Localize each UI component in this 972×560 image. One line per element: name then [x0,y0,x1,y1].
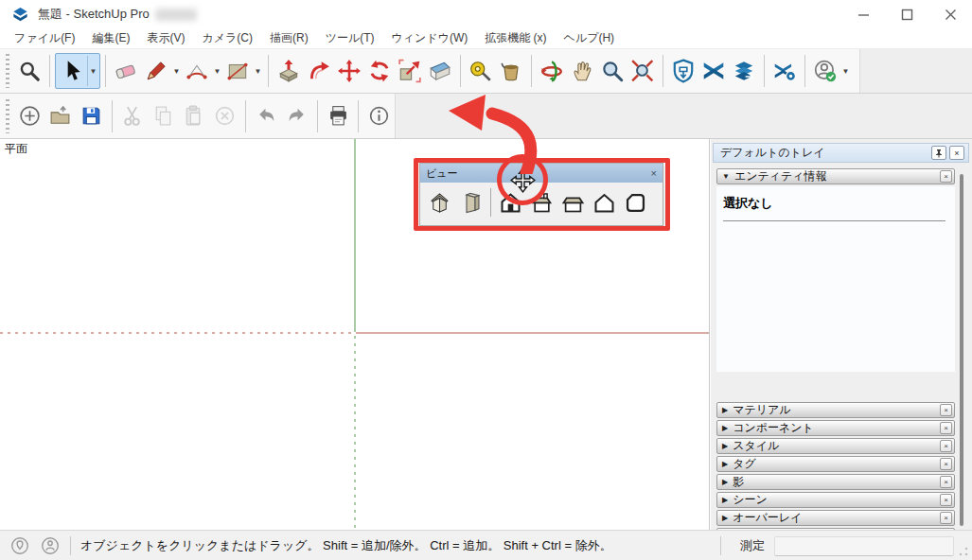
toolbar-grip[interactable] [6,54,9,88]
search-tool-button[interactable] [14,55,44,87]
back-view-button[interactable] [526,186,557,219]
3d-warehouse-button[interactable] [698,55,729,87]
section-entity-info[interactable]: ▼ エンティティ情報 × [716,168,955,184]
claim-credit-icon[interactable] [40,535,61,556]
cut-button[interactable] [117,99,149,133]
account-button[interactable] [810,55,840,87]
section-close-icon[interactable]: × [940,458,952,470]
measurements-input[interactable] [774,536,954,556]
rotate-tool-button[interactable] [364,55,395,87]
move-tool-button[interactable] [334,55,364,87]
section-label: スタイル [733,438,779,454]
open-file-button[interactable] [44,99,76,133]
copy-button[interactable] [148,99,179,133]
section-label: 影 [733,474,744,490]
section-styles[interactable]: ▶ スタイル × [716,438,955,454]
delete-button[interactable] [209,99,240,133]
section-close-icon[interactable]: × [940,440,952,452]
offset-tool-button[interactable] [304,55,334,87]
print-button[interactable] [323,99,354,133]
section-label: コンポーネント [733,420,814,436]
toolbar-grip[interactable] [6,99,9,133]
undo-button[interactable] [251,99,282,133]
standard-toolbar-row [0,94,972,139]
expand-arrow-icon: ▶ [722,442,728,450]
orbit-tool-button[interactable] [537,55,567,87]
rectangle-dropdown-arrow[interactable]: ▼ [253,67,263,76]
tape-measure-tool-button[interactable] [466,55,496,87]
resize-grip[interactable] [958,546,969,557]
arc-dropdown-arrow[interactable]: ▼ [212,67,222,76]
arc-tool-button[interactable] [182,55,212,87]
menu-edit[interactable]: 編集(E) [83,28,138,48]
views-toolbar-titlebar[interactable]: ビュー × [420,164,663,183]
pan-tool-button[interactable] [567,55,597,87]
section-close-icon[interactable]: × [940,512,952,524]
paste-button[interactable] [179,99,210,133]
left-view-button[interactable] [589,186,620,219]
section-close-icon[interactable]: × [940,494,952,506]
account-dropdown-arrow[interactable]: ▼ [840,67,851,76]
minimize-button[interactable] [841,0,885,28]
section-scenes[interactable]: ▶ シーン × [716,492,955,508]
tray-header: デフォルトのトレイ × [713,143,969,163]
line-dropdown-arrow[interactable]: ▼ [171,67,182,76]
iso-view-button[interactable] [424,186,455,219]
section-close-icon[interactable]: × [940,170,952,183]
menu-file[interactable]: ファイル(F) [6,28,83,48]
views-toolbar-close-icon[interactable]: × [651,168,657,179]
window-title: 無題 - SketchUp Pro [38,6,150,23]
section-label: シーン [733,492,768,508]
menu-help[interactable]: ヘルプ(H) [556,28,624,48]
plan-view-button[interactable] [620,186,651,219]
redo-button[interactable] [281,99,312,133]
section-close-icon[interactable]: × [940,422,952,434]
tray-scrollbar[interactable] [960,174,963,526]
standard-toolbar [0,94,396,138]
section-components[interactable]: ▶ コンポーネント × [716,420,955,436]
select-tool-button[interactable] [57,55,87,87]
extension-manager-button[interactable] [769,55,800,87]
section-close-icon[interactable]: × [940,476,952,488]
menu-window[interactable]: ウィンドウ(W) [383,28,477,48]
close-button[interactable] [928,0,972,28]
tray-pin-icon[interactable] [931,146,946,160]
rectangle-tool-button[interactable] [222,55,253,87]
right-view-button[interactable] [557,186,589,219]
menu-tools[interactable]: ツール(T) [317,28,383,48]
model-info-button[interactable] [363,99,395,133]
menu-view[interactable]: 表示(V) [138,28,193,48]
eraser-tool-button[interactable] [111,55,141,87]
line-tool-button[interactable] [141,55,171,87]
expand-arrow-icon: ▶ [722,514,728,522]
new-file-button[interactable] [14,99,45,133]
redacted-version-blur [155,9,197,21]
section-plane-tool-button[interactable] [425,55,455,87]
section-shadows[interactable]: ▶ 影 × [716,474,955,490]
push-pull-tool-button[interactable] [274,55,304,87]
section-close-icon[interactable]: × [940,404,952,416]
paint-bucket-tool-button[interactable] [496,55,526,87]
maximize-button[interactable] [885,0,928,28]
geolocation-icon[interactable] [9,535,30,556]
section-overlays[interactable]: ▶ オーバーレイ × [716,510,955,526]
zoom-extents-tool-button[interactable] [627,55,658,87]
share-model-button[interactable] [729,55,759,87]
entity-info-panel: 選択なし [716,186,955,372]
tray-close-icon[interactable]: × [949,146,964,160]
top-box-view-button[interactable] [455,186,486,219]
menu-camera[interactable]: カメラ(C) [193,28,261,48]
menu-extensions[interactable]: 拡張機能 (x) [476,28,555,48]
save-button[interactable] [76,99,107,133]
select-dropdown-arrow[interactable]: ▼ [88,67,98,76]
menu-draw[interactable]: 描画(R) [261,28,317,48]
status-bar: オブジェクトをクリックまたはドラッグ。 Shift = 追加/除外。 Ctrl … [0,530,972,560]
extension-warehouse-button[interactable] [668,55,698,87]
section-materials[interactable]: ▶ マテリアル × [716,402,955,418]
section-label: エンティティ情報 [734,168,827,184]
section-tags[interactable]: ▶ タグ × [716,456,955,472]
tray-title: デフォルトのトレイ [720,145,825,161]
front-view-button[interactable] [495,186,526,219]
scale-tool-button[interactable] [395,55,425,87]
zoom-tool-button[interactable] [597,55,627,87]
